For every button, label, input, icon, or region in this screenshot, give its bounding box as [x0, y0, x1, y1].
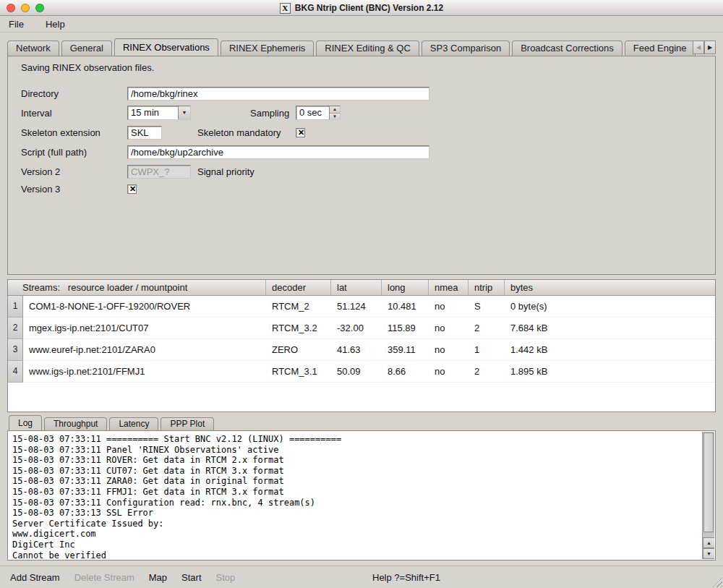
header-nmea[interactable]: nmea: [429, 280, 469, 295]
log-output: 15-08-03 07:33:11 ========== Start BNC v…: [7, 430, 716, 561]
cell-mountpoint: www.euref-ip.net:2101/ZARA0: [23, 339, 266, 361]
cell-mountpoint: www.igs-ip.net:2101/FFMJ1: [23, 361, 266, 383]
cell-ntrip: 2: [469, 318, 505, 339]
cell-long: 8.66: [382, 361, 429, 383]
cell-ntrip: 2: [469, 361, 505, 383]
panel-description: Saving RINEX observation files.: [21, 62, 154, 73]
map-button[interactable]: Map: [149, 572, 167, 583]
sampling-value: 0 sec: [296, 106, 329, 119]
x11-app-icon: X: [280, 3, 291, 14]
cell-long: 115.89: [382, 318, 429, 339]
streams-table-header: Streams: resource loader / mountpoint de…: [8, 280, 715, 296]
tab-feed-engine[interactable]: Feed Engine: [625, 41, 696, 56]
table-row[interactable]: 1 COM1-8-NONE-1-OFF-19200/ROVER RTCM_2 5…: [8, 296, 715, 318]
signal-priority-label: Signal priority: [197, 166, 254, 177]
help-shortcut-label: Help ?=Shift+F1: [372, 572, 440, 583]
header-long[interactable]: long: [382, 280, 429, 295]
tab-latency[interactable]: Latency: [109, 417, 158, 430]
row-number[interactable]: 3: [8, 339, 23, 361]
cell-bytes: 1.895 kB: [505, 361, 715, 383]
header-ntrip[interactable]: ntrip: [469, 280, 505, 295]
checkbox-x-icon: ✕: [296, 128, 306, 137]
tab-log[interactable]: Log: [9, 415, 42, 430]
tab-scroll-right-icon[interactable]: ▶: [704, 41, 716, 54]
menubar: File Help: [0, 17, 723, 33]
spin-down-icon[interactable]: ▼: [330, 114, 340, 120]
header-bytes[interactable]: bytes: [505, 280, 715, 295]
rinex-observations-panel: Saving RINEX observation files. Director…: [7, 56, 716, 275]
cell-bytes: 0 byte(s): [505, 296, 715, 318]
resize-grip[interactable]: [712, 577, 722, 587]
cell-lat: 41.63: [331, 339, 382, 361]
cell-decoder: ZERO: [266, 339, 331, 361]
skeleton-mandatory-checkbox[interactable]: ✕: [296, 128, 305, 137]
bottom-toolbar: Add Stream Delete Stream Map Start Stop …: [0, 566, 723, 588]
interval-select[interactable]: 15 min ▼: [127, 106, 191, 120]
cell-nmea: no: [429, 361, 469, 383]
tab-sp3-comparison[interactable]: SP3 Comparison: [422, 41, 510, 56]
tab-rinex-observations[interactable]: RINEX Observations: [114, 38, 218, 56]
cell-lat: -32.00: [331, 318, 382, 339]
stop-button: Stop: [216, 572, 236, 583]
cell-lat: 51.124: [331, 296, 382, 318]
version3-checkbox[interactable]: ✕: [127, 184, 137, 194]
cell-nmea: no: [429, 318, 469, 339]
tab-network[interactable]: Network: [7, 41, 59, 56]
spin-up-icon[interactable]: ▲: [330, 106, 340, 114]
version2-label: Version 2: [21, 166, 127, 177]
tab-rinex-editing-qc[interactable]: RINEX Editing & QC: [316, 41, 419, 56]
log-text: 15-08-03 07:33:11 ========== Start BNC v…: [9, 432, 702, 559]
cell-bytes: 7.684 kB: [505, 318, 715, 339]
tab-throughput[interactable]: Throughput: [44, 417, 107, 430]
tab-rinex-ephemeris[interactable]: RINEX Ephemeris: [221, 41, 314, 56]
scroll-up-icon[interactable]: ▲: [703, 537, 714, 548]
delete-stream-button: Delete Stream: [74, 572, 134, 583]
header-decoder[interactable]: decoder: [266, 280, 331, 295]
version3-label: Version 3: [21, 184, 127, 195]
interval-value: 15 min: [128, 106, 178, 119]
row-number[interactable]: 2: [8, 318, 23, 339]
skeleton-mandatory-label: Skeleton mandatory: [197, 127, 286, 138]
sampling-label: Sampling: [250, 108, 296, 119]
tab-ppp-plot[interactable]: PPP Plot: [161, 417, 214, 430]
table-row[interactable]: 2 mgex.igs-ip.net:2101/CUT07 RTCM_3.2 -3…: [8, 318, 715, 339]
tab-scroll-left-icon: ◀: [693, 41, 704, 54]
menu-help[interactable]: Help: [44, 17, 67, 31]
row-number[interactable]: 4: [8, 361, 23, 383]
version2-input: [127, 165, 191, 179]
table-row[interactable]: 3 www.euref-ip.net:2101/ZARA0 ZERO 41.63…: [8, 339, 715, 361]
cell-long: 10.481: [382, 296, 429, 318]
sampling-spinner[interactable]: 0 sec ▲ ▼: [296, 106, 341, 120]
scrollbar-thumb[interactable]: [703, 433, 714, 532]
log-tabbar: Log Throughput Latency PPP Plot: [9, 415, 216, 430]
menu-file[interactable]: File: [7, 17, 25, 31]
tab-scroll-buttons: ◀ ▶: [693, 41, 716, 54]
cell-ntrip: S: [469, 296, 505, 318]
cell-bytes: 1.442 kB: [505, 339, 715, 361]
interval-label: Interval: [21, 108, 127, 119]
scroll-down-icon[interactable]: ▼: [703, 548, 714, 559]
directory-input[interactable]: [127, 87, 429, 101]
tab-broadcast-corrections[interactable]: Broadcast Corrections: [512, 41, 623, 56]
script-input[interactable]: [127, 145, 429, 159]
add-stream-button[interactable]: Add Stream: [10, 572, 60, 583]
header-lat[interactable]: lat: [331, 280, 382, 295]
streams-table: Streams: resource loader / mountpoint de…: [7, 279, 716, 412]
header-mountpoint[interactable]: Streams: resource loader / mountpoint: [8, 280, 266, 295]
log-vertical-scrollbar: ▲ ▼: [702, 432, 714, 559]
cell-ntrip: 1: [469, 339, 505, 361]
cell-mountpoint: mgex.igs-ip.net:2101/CUT07: [23, 318, 266, 339]
cell-lat: 50.09: [331, 361, 382, 383]
directory-label: Directory: [21, 88, 127, 99]
chevron-down-icon[interactable]: ▼: [178, 106, 190, 119]
window-title: BKG Ntrip Client (BNC) Version 2.12: [295, 3, 443, 13]
start-button[interactable]: Start: [181, 572, 201, 583]
table-row[interactable]: 4 www.igs-ip.net:2101/FFMJ1 RTCM_3.1 50.…: [8, 361, 715, 383]
tab-general[interactable]: General: [61, 41, 112, 56]
cell-nmea: no: [429, 339, 469, 361]
cell-long: 359.11: [382, 339, 429, 361]
row-number[interactable]: 1: [8, 296, 23, 318]
skeleton-extension-label: Skeleton extension: [21, 127, 127, 138]
skeleton-extension-input[interactable]: [127, 126, 162, 140]
cell-decoder: RTCM_3.2: [266, 318, 331, 339]
